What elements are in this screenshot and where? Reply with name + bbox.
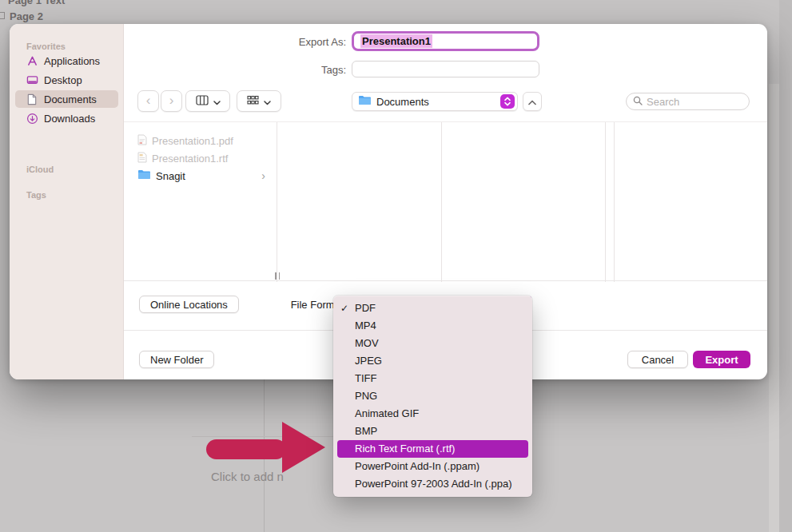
column-divider [277,122,277,282]
chevron-up-icon [528,94,536,109]
file-browser: Presentation1.pdf Presentation1.rtf Snag… [124,121,767,281]
menu-item-label: JPEG [355,355,382,367]
background-desktop-edge [779,0,792,532]
finder-sidebar: Favorites Applications Desktop Documents [10,24,124,379]
forward-button[interactable]: › [161,90,182,112]
background-window-edge [769,84,779,532]
file-row-rtf[interactable]: Presentation1.rtf [132,149,272,167]
chevron-right-icon: › [261,169,265,182]
online-locations-label: Online Locations [150,299,228,311]
download-circle-icon [26,112,38,125]
column-resize-handle[interactable] [272,270,283,281]
new-folder-label: New Folder [150,354,203,366]
menu-item-label: BMP [355,425,377,437]
search-icon [633,94,643,109]
menu-item-label: PowerPoint Add-In (.ppam) [355,460,480,472]
file-row-snagit[interactable]: Snagit › [132,167,272,185]
chevron-down-icon [264,94,271,109]
sidebar-item-label: Downloads [44,113,95,125]
menu-item-label: Animated GIF [355,407,419,419]
column-divider [614,122,615,282]
outline-checkbox [0,12,5,19]
screen: Page 1 Text Page 2 Click to add n Favori… [0,0,792,532]
checkmark-icon: ✓ [340,300,352,317]
menu-item-label: Rich Text Format (.rtf) [355,443,455,455]
menu-item-label: MP4 [355,320,376,332]
menu-item-label: PDF [355,302,376,314]
filename-selected-text: Presentation1 [360,34,432,48]
menu-item-label: TIFF [355,372,376,384]
sidebar-item-documents[interactable]: Documents [15,90,118,108]
outline-page1-label: Page 1 Text [8,0,65,6]
sidebar-item-desktop[interactable]: Desktop [15,71,118,89]
cancel-button[interactable]: Cancel [627,351,688,368]
sidebar-section-tags: Tags [26,190,46,200]
back-icon: ‹ [146,93,151,109]
menu-item-png[interactable]: PNG [333,387,532,405]
menu-item-label: MOV [355,337,379,349]
menu-item-ppam[interactable]: PowerPoint Add-In (.ppam) [333,458,532,475]
sidebar-item-applications[interactable]: Applications [15,52,118,69]
sidebar-item-label: Documents [44,93,97,105]
new-folder-button[interactable]: New Folder [139,351,214,368]
column-divider [605,122,606,282]
file-format-menu: ✓ PDF MP4 MOV JPEG TIFF PNG Animated GIF… [333,296,532,497]
sidebar-section-favorites: Favorites [26,42,66,51]
menu-item-mov[interactable]: MOV [333,335,532,352]
location-popup-label: Documents [376,96,495,108]
group-view-icon [247,94,259,109]
file-name: Snagit [156,170,185,182]
group-view-button[interactable] [237,90,281,112]
tags-input[interactable] [352,61,539,77]
column-view-button[interactable] [185,90,230,112]
document-icon [26,93,38,105]
tags-label: Tags: [250,64,346,76]
rtf-file-icon [137,152,147,165]
menu-item-pdf[interactable]: ✓ PDF [333,300,532,317]
outline-page2-label: Page 2 [10,10,43,22]
menu-item-label: PNG [355,390,377,402]
folder-icon [358,94,372,109]
collapse-panel-button[interactable] [523,92,542,111]
nav-button-group: ‹ › [137,90,182,112]
sidebar-item-downloads[interactable]: Downloads [15,109,118,127]
back-button[interactable]: ‹ [137,90,159,112]
export-button[interactable]: Export [693,351,750,368]
file-row-pdf[interactable]: Presentation1.pdf [132,132,272,149]
menu-item-jpeg[interactable]: JPEG [333,352,532,370]
sidebar-item-label: Desktop [44,74,82,86]
online-locations-button[interactable]: Online Locations [139,296,239,313]
export-as-input[interactable]: Presentation1 [352,31,539,51]
file-format-label: File Format: [250,299,346,311]
forward-icon: › [169,93,174,109]
menu-item-tiff[interactable]: TIFF [333,370,532,387]
column-view-icon [196,94,209,109]
desktop-icon [26,73,38,86]
menu-item-bmp[interactable]: BMP [333,423,532,440]
search-input[interactable] [647,96,742,108]
location-popup-button[interactable]: Documents [352,92,518,111]
export-as-label: Export As: [250,36,346,48]
search-field[interactable] [626,93,750,110]
menu-item-rich-text-format[interactable]: Rich Text Format (.rtf) [337,440,528,458]
sidebar-section-icloud: iCloud [26,165,54,174]
menu-item-mp4[interactable]: MP4 [333,317,532,335]
menu-item-ppa[interactable]: PowerPoint 97-2003 Add-In (.ppa) [333,475,532,493]
up-down-chevron-icon [500,94,515,109]
menu-item-animated-gif[interactable]: Animated GIF [333,405,532,423]
folder-icon [137,169,151,182]
export-label: Export [705,354,738,366]
file-name: Presentation1.pdf [152,135,233,147]
chevron-down-icon [213,94,221,109]
file-name: Presentation1.rtf [152,153,228,165]
pdf-file-icon [137,134,147,148]
menu-item-label: PowerPoint 97-2003 Add-In (.ppa) [355,478,512,490]
sidebar-item-label: Applications [44,55,100,67]
annotation-arrow [204,414,328,481]
column-divider [441,122,442,282]
app-store-icon [26,54,38,67]
cancel-label: Cancel [642,354,674,366]
